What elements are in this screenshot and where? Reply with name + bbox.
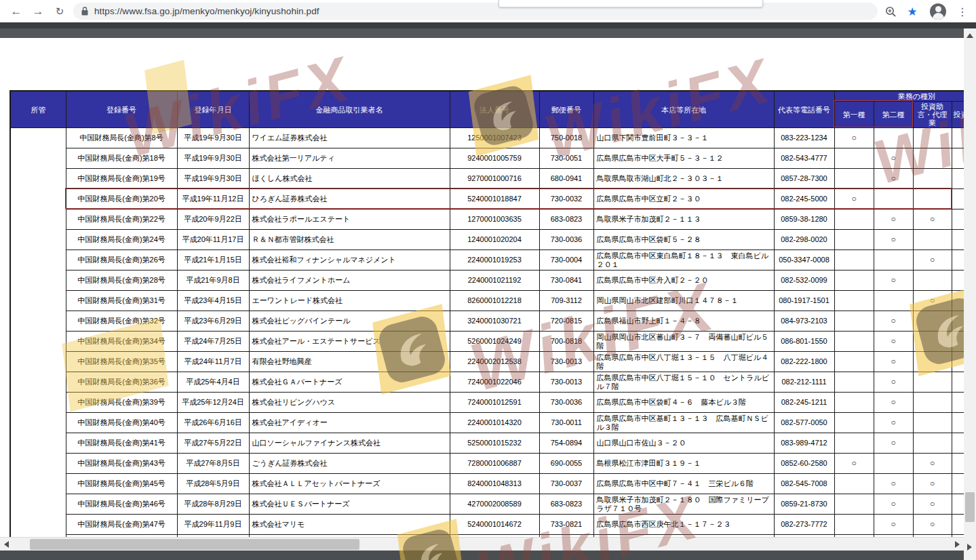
cell-reg: 中国財務局長(金商)第34号 bbox=[66, 332, 177, 352]
cell-tel: 080-1917-1501 bbox=[774, 291, 834, 311]
cell-unyo bbox=[952, 454, 964, 474]
partial-popup bbox=[499, 0, 763, 7]
cell-name: エーワントレード株式会社 bbox=[249, 291, 450, 311]
horizontal-scrollbar[interactable] bbox=[0, 537, 964, 551]
cell-shokan bbox=[10, 128, 66, 551]
profile-avatar[interactable] bbox=[929, 3, 947, 20]
cell-reg: 中国財務局長(金商)第24号 bbox=[66, 230, 177, 250]
cell-k1 bbox=[834, 209, 874, 230]
cell-date: 平成28年5月9日 bbox=[177, 474, 249, 494]
cell-k2: ○ bbox=[874, 311, 913, 332]
cell-date: 平成23年6月29日 bbox=[177, 311, 249, 332]
cell-k1 bbox=[834, 372, 874, 393]
vertical-scrollbar-thumb[interactable] bbox=[965, 492, 975, 522]
cell-k2: ○ bbox=[874, 169, 913, 189]
cell-unyo bbox=[952, 311, 964, 332]
cell-tel: 082-222-1800 bbox=[774, 352, 834, 372]
cell-unyo bbox=[952, 413, 964, 433]
cell-adv: ○ bbox=[913, 291, 952, 311]
table-row: 中国財務局長(金商)第41号平成27年5月22日山口ソーシャルファイナンス株式会… bbox=[10, 433, 964, 454]
reload-icon[interactable]: ↻ bbox=[52, 3, 68, 20]
cell-addr: 広島県広島市中区舟入町２－２０ bbox=[593, 271, 774, 291]
cell-adv bbox=[913, 148, 952, 169]
cell-adv bbox=[913, 413, 952, 433]
table-row: 中国財務局長(金商)第47号平成29年11月9日株式会社マリモ524000101… bbox=[10, 515, 964, 535]
scroll-left-arrow-icon[interactable] bbox=[4, 541, 9, 548]
cell-date: 平成27年5月22日 bbox=[177, 433, 249, 454]
cell-reg: 中国財務局長(金商)第36号 bbox=[66, 372, 177, 393]
cell-zip: 730-0013 bbox=[539, 352, 593, 372]
table-row: 中国財務局長(金商)第34号平成24年7月25日株式会社アール・エステートサービ… bbox=[10, 332, 964, 352]
menu-kebab-icon[interactable]: ⋮ bbox=[954, 3, 971, 20]
cell-corp: 2240001019253 bbox=[450, 250, 539, 271]
cell-corp: 7280001006887 bbox=[450, 454, 539, 474]
zoom-icon[interactable] bbox=[882, 3, 899, 20]
table-row: 中国財務局長(金商)第40号平成26年6月16日株式会社アイディオー224000… bbox=[10, 413, 964, 433]
cell-zip: 730-0032 bbox=[539, 189, 593, 209]
header-row-1: 所管 登録番号 登録年月日 金融商品取引業者名 法人番号 郵便番号 本店等所在地… bbox=[10, 91, 964, 102]
cell-name: ほくしん株式会社 bbox=[249, 169, 450, 189]
cell-corp: 5260001024249 bbox=[450, 332, 539, 352]
scroll-up-arrow-icon[interactable] bbox=[967, 33, 973, 38]
cell-k1 bbox=[834, 271, 874, 291]
cell-zip: 730-0841 bbox=[539, 271, 593, 291]
cell-name: 株式会社ラポールエステート bbox=[249, 209, 450, 230]
cell-addr: 島根県松江市津田町３１９－１ bbox=[593, 454, 774, 474]
cell-corp: 3240001030721 bbox=[450, 311, 539, 332]
cell-date: 平成19年9月30日 bbox=[177, 169, 249, 189]
back-icon[interactable]: ← bbox=[8, 3, 24, 20]
cell-corp: 2240001014320 bbox=[450, 413, 539, 433]
cell-tel: 082-245-1211 bbox=[774, 393, 834, 413]
horizontal-scrollbar-thumb[interactable] bbox=[30, 539, 359, 550]
cell-addr: 広島県広島市西区庚午北１－１７－２３ bbox=[593, 515, 774, 535]
table-row: 中国財務局長(金商)第35号平成24年11月7日有限会社野地興産22400020… bbox=[10, 352, 964, 372]
cell-tel: 082-245-5000 bbox=[774, 189, 834, 209]
cell-k1 bbox=[834, 474, 874, 494]
cell-addr: 広島県広島市中区八丁堀１３－１５ 八丁堀ビル４階 bbox=[593, 352, 774, 372]
cell-name: 株式会社リビングハウス bbox=[249, 393, 450, 413]
forward-icon[interactable]: → bbox=[30, 3, 46, 20]
cell-date: 平成25年12月24日 bbox=[177, 393, 249, 413]
table-row: 中国財務局長(金商)第8号平成19年9月30日ワイエム証券株式会社1250001… bbox=[10, 128, 964, 148]
cell-unyo bbox=[952, 372, 964, 393]
table-body: 中国財務局長(金商)第8号平成19年9月30日ワイエム証券株式会社1250001… bbox=[10, 128, 964, 551]
cell-date: 平成24年11月7日 bbox=[177, 352, 249, 372]
cell-zip: 680-0941 bbox=[539, 169, 593, 189]
cell-k1 bbox=[834, 169, 874, 189]
corner-right-arrow-icon[interactable] bbox=[967, 544, 972, 551]
table-row: 中国財務局長(金商)第43号平成27年8月5日ごうぎん証券株式会社7280001… bbox=[10, 454, 964, 474]
pdf-page: 所管 登録番号 登録年月日 金融商品取引業者名 法人番号 郵便番号 本店等所在地… bbox=[0, 38, 964, 551]
table-row: 中国財務局長(金商)第45号平成28年5月9日株式会社ＡＬＬアセットパートナーズ… bbox=[10, 474, 964, 494]
header-unyo: 投資運用業 bbox=[952, 102, 964, 128]
cell-k1 bbox=[834, 413, 874, 433]
table-row: 中国財務局長(金商)第24号平成20年11月17日Ｒ＆Ｎ都市管財株式会社1240… bbox=[10, 230, 964, 250]
cell-k1 bbox=[834, 393, 874, 413]
pdf-background-bottom bbox=[0, 551, 976, 560]
vertical-scrollbar[interactable] bbox=[964, 28, 976, 551]
cell-zip: 730-0013 bbox=[539, 372, 593, 393]
cell-addr: 岡山県岡山市北区建部町川口１４７８－１ bbox=[593, 291, 774, 311]
cell-unyo bbox=[952, 271, 964, 291]
cell-k2: ○ bbox=[874, 332, 913, 352]
cell-corp: 9240001005759 bbox=[450, 148, 539, 169]
cell-corp: 8260001012218 bbox=[450, 291, 539, 311]
cell-tel: 0859-38-1280 bbox=[774, 209, 834, 230]
cell-reg: 中国財務局長(金商)第40号 bbox=[66, 413, 177, 433]
cell-zip: 720-0815 bbox=[539, 311, 593, 332]
cell-date: 平成20年9月22日 bbox=[177, 209, 249, 230]
cell-corp: 7240001022046 bbox=[450, 372, 539, 393]
cell-tel: 084-973-2103 bbox=[774, 311, 834, 332]
cell-k2: ○ bbox=[874, 515, 913, 535]
cell-unyo bbox=[952, 433, 964, 454]
cell-k1 bbox=[834, 230, 874, 250]
cell-date: 平成20年11月17日 bbox=[177, 230, 249, 250]
cell-zip: 730-0036 bbox=[539, 393, 593, 413]
bookmark-star-icon[interactable]: ★ bbox=[903, 3, 921, 20]
table-row: 中国財務局長(金商)第32号平成23年6月29日株式会社ビッグバインテール324… bbox=[10, 311, 964, 332]
scroll-right-arrow-icon[interactable] bbox=[955, 541, 960, 548]
cell-zip: 709-3112 bbox=[539, 291, 593, 311]
cell-adv: ○ bbox=[913, 454, 952, 474]
cell-zip: 700-0818 bbox=[539, 332, 593, 352]
cell-k1 bbox=[834, 332, 874, 352]
cell-addr: 鳥取県米子市加茂町２－１１３ bbox=[593, 209, 774, 230]
